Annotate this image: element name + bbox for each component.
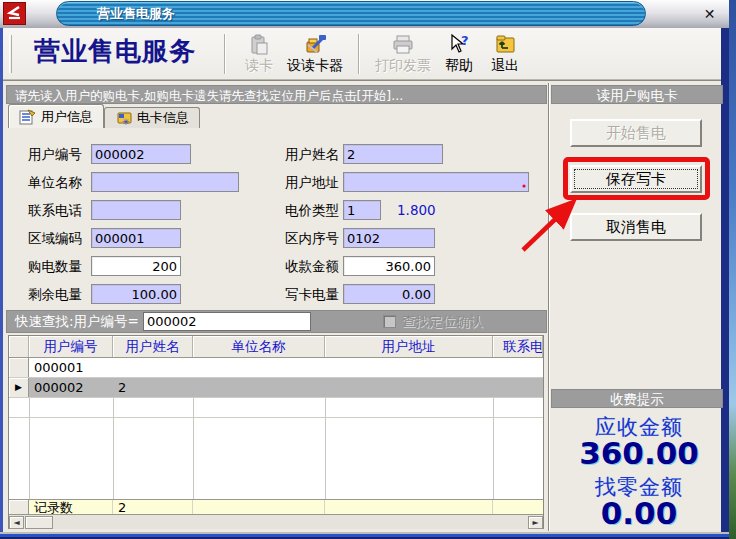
cell-user-name: 2 — [113, 378, 193, 397]
table-row-empty — [9, 398, 543, 418]
column-header[interactable]: 用户编号 — [29, 336, 113, 357]
titlebar-pill: 营业售电服务 — [56, 1, 646, 26]
row-selector-header — [9, 336, 29, 357]
table-row[interactable]: 000001 — [9, 358, 543, 378]
quick-search-input[interactable] — [143, 312, 311, 331]
footer-selector — [9, 500, 29, 514]
close-button[interactable]: ✕ — [698, 4, 721, 23]
quick-search-label: 快速查找:用户编号= — [15, 313, 139, 331]
field-label: 购电数量 — [28, 256, 82, 276]
find-confirm-label: 查找定位确认 — [402, 313, 483, 331]
change-amount: 0.00 — [551, 495, 727, 531]
cancel-sale-button[interactable]: 取消售电 — [570, 213, 702, 241]
scroll-left-button[interactable]: ◄ — [9, 516, 24, 529]
table-header: 用户编号 用户姓名 单位名称 用户地址 联系电话 — [9, 336, 543, 358]
remaining-power-field[interactable] — [91, 284, 181, 304]
horizontal-scrollbar[interactable]: ◄ ► — [9, 515, 543, 529]
field-label: 剩余电量 — [28, 284, 82, 304]
field-label: 写卡电量 — [285, 284, 339, 304]
print-invoice-button: 打印发票 — [370, 30, 436, 78]
user-info-icon — [19, 109, 36, 125]
field-label: 区域编码 — [28, 228, 82, 248]
field-label: 单位名称 — [28, 172, 82, 192]
row-selector-current[interactable]: ▶ — [9, 378, 29, 397]
toolbar: 营业售电服务 读卡 设读卡器 打印发票 ? 帮助 — [3, 28, 721, 80]
button-label: 开始售电 — [606, 124, 666, 142]
help-button[interactable]: ? 帮助 — [436, 30, 482, 78]
cell-phone — [493, 358, 543, 377]
area-code-field[interactable] — [91, 228, 181, 248]
footer-cell — [325, 500, 493, 514]
field-label: 电价类型 — [285, 200, 339, 220]
price-type-field[interactable] — [343, 200, 381, 220]
field-label: 用户姓名 — [285, 144, 339, 164]
scroll-right-button[interactable]: ► — [528, 516, 543, 529]
tab-label: 用户信息 — [41, 108, 93, 126]
card-info-icon: ✳ — [115, 110, 132, 126]
user-id-field[interactable] — [91, 144, 191, 164]
user-address-field[interactable] — [343, 172, 529, 192]
tab-user-info[interactable]: 用户信息 — [8, 104, 104, 128]
start-sale-button: 开始售电 — [570, 119, 702, 147]
help-cursor-icon: ? — [447, 33, 471, 57]
field-label: 用户编号 — [28, 144, 82, 164]
column-header[interactable]: 联系电话 — [493, 336, 543, 357]
amount-received-field[interactable] — [343, 256, 435, 276]
record-count-label: 记录数 — [29, 500, 113, 514]
save-write-card-button[interactable]: 保存写卡 — [570, 165, 702, 193]
field-label: 联系电话 — [28, 200, 82, 220]
tab-label: 电卡信息 — [137, 109, 189, 127]
record-count-value: 2 — [113, 500, 193, 514]
read-card-button: 读卡 — [236, 30, 282, 78]
prompt-bar: 请先读入用户的购电卡,如购电卡遗失请先查找定位用户后点击[开始]... — [6, 85, 547, 104]
button-label: 取消售电 — [606, 218, 666, 236]
cell-user-id: 000002 — [29, 378, 113, 397]
titlebar[interactable]: 营业售电服务 ✕ — [0, 0, 729, 28]
toolbar-grip — [9, 35, 12, 73]
panel-divider — [548, 83, 550, 531]
card-reader-icon — [247, 33, 271, 57]
exit-folder-icon — [493, 33, 517, 57]
column-header[interactable]: 用户地址 — [325, 336, 493, 357]
cell-user-id: 000001 — [29, 358, 113, 377]
app-logo-icon — [3, 2, 26, 25]
field-label: 区内序号 — [285, 228, 339, 248]
field-label: 收款金额 — [285, 256, 339, 276]
row-selector[interactable] — [9, 358, 29, 377]
client-area: 请先读入用户的购电卡,如购电卡遗失请先查找定位用户后点击[开始]... 用户信息… — [3, 80, 721, 532]
column-header[interactable]: 用户姓名 — [113, 336, 193, 357]
charge-panel-header: 收费提示 — [551, 389, 723, 408]
receivable-amount: 360.00 — [551, 435, 727, 471]
tab-strip: 用户信息 ✳ 电卡信息 — [8, 104, 200, 128]
write-card-power-field[interactable] — [343, 284, 435, 304]
cell-phone — [493, 378, 543, 397]
area-serial-field[interactable] — [343, 228, 435, 248]
find-confirm-checkbox[interactable] — [383, 315, 396, 328]
scrollbar-thumb[interactable] — [25, 516, 53, 529]
cell-address — [325, 378, 493, 397]
exit-button[interactable]: 退出 — [482, 30, 528, 78]
phone-field[interactable] — [91, 200, 181, 220]
focus-rect — [574, 169, 698, 189]
window-border-bottom — [0, 532, 729, 539]
tab-card-info[interactable]: ✳ 电卡信息 — [104, 107, 200, 128]
purchase-qty-field[interactable] — [91, 256, 181, 276]
company-name-field[interactable] — [91, 172, 239, 192]
printer-icon — [391, 33, 415, 57]
footer-cell — [193, 500, 325, 514]
cell-company — [193, 358, 325, 377]
page-title: 营业售电服务 — [34, 34, 196, 69]
panel-header: 读用户购电卡 — [551, 85, 723, 104]
svg-text:?: ? — [461, 33, 469, 48]
tools-icon — [303, 33, 327, 57]
table-footer: 记录数 2 — [9, 499, 543, 515]
window-title: 营业售电服务 — [57, 5, 175, 23]
user-name-field[interactable] — [343, 144, 443, 164]
toolbar-separator — [224, 34, 226, 74]
table-row-selected[interactable]: ▶ 000002 2 — [9, 378, 543, 398]
column-header[interactable]: 单位名称 — [193, 336, 325, 357]
set-reader-button[interactable]: 设读卡器 — [282, 30, 348, 78]
footer-cell — [493, 500, 543, 514]
app-window: 营业售电服务 ✕ 营业售电服务 读卡 设读卡器 打印发票 — [0, 0, 736, 539]
cell-company — [193, 378, 325, 397]
